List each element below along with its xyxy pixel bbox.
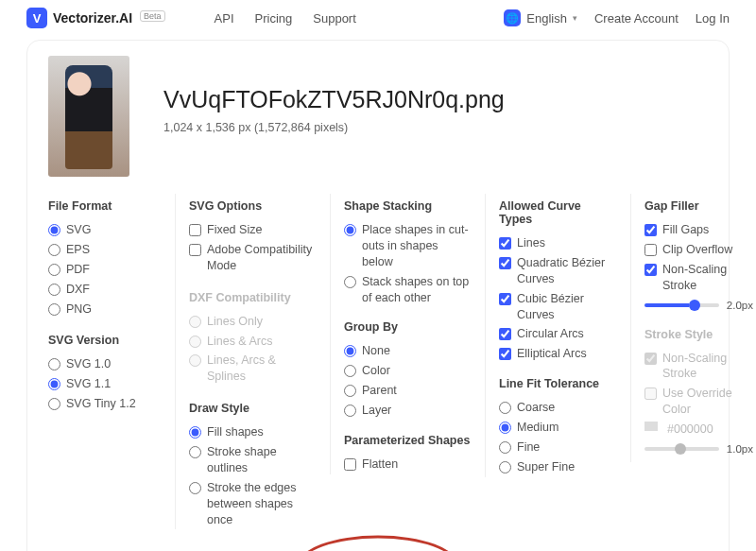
section-stroke-style: Stroke Style xyxy=(644,328,753,341)
section-dxf-compat: DXF Compatibility xyxy=(189,291,317,304)
color-swatch-icon xyxy=(644,422,658,431)
section-param-shapes: Parameterized Shapes xyxy=(344,434,472,447)
svg-adobe-compat[interactable]: Adobe Compatibility Mode xyxy=(189,240,317,276)
brand-name: Vectorizer.AI xyxy=(53,10,132,26)
thumbnail xyxy=(48,56,129,177)
nav: API Pricing Support xyxy=(215,11,356,26)
col-shape-stacking: Shape Stacking Place shapes in cut-outs … xyxy=(330,194,472,474)
stroke-slider xyxy=(644,447,719,451)
draw-fill[interactable]: Fill shapes xyxy=(189,422,317,442)
gap-non-scaling[interactable]: Non-Scaling Stroke xyxy=(644,260,753,296)
top-bar: V Vectorizer.AI Beta API Pricing Support… xyxy=(0,0,756,36)
linefit-medium[interactable]: Medium xyxy=(499,418,617,438)
file-format-pdf[interactable]: PDF xyxy=(48,260,162,280)
nav-api[interactable]: API xyxy=(215,11,234,26)
gap-slider[interactable] xyxy=(644,303,719,307)
section-draw-style: Draw Style xyxy=(189,402,317,415)
stacking-ontop[interactable]: Stack shapes on top of each other xyxy=(344,272,472,308)
col-allowed-curves: Allowed Curve Types Lines Quadratic Bézi… xyxy=(485,194,617,477)
draw-stroke-edges[interactable]: Stroke the edges between shapes once xyxy=(189,478,317,530)
language-label: English xyxy=(526,11,567,26)
file-dimensions: 1,024 x 1,536 px (1,572,864 pixels) xyxy=(163,121,505,134)
gap-fill-gaps[interactable]: Fill Gaps xyxy=(644,220,753,240)
bottom-row: ⭳ DOWNLOAD Reset xyxy=(48,544,708,551)
file-format-dxf[interactable]: DXF xyxy=(48,280,162,300)
section-allowed-curves: Allowed Curve Types xyxy=(499,199,617,226)
topbar-right: 🌐 English ▾ Create Account Log In xyxy=(504,9,730,26)
stacking-cutouts[interactable]: Place shapes in cut-outs in shapes below xyxy=(344,220,472,272)
dxf-lines-only: Lines Only xyxy=(189,312,317,332)
main-card: VvUqFTOFokZTV5RJ0Nr0q.png 1,024 x 1,536 … xyxy=(26,40,730,551)
curve-elliptical[interactable]: Elliptical Arcs xyxy=(499,344,617,364)
group-none[interactable]: None xyxy=(344,341,472,361)
gap-slider-row: 2.0px xyxy=(644,300,753,311)
group-layer[interactable]: Layer xyxy=(344,401,472,421)
gap-clip-overflow[interactable]: Clip Overflow xyxy=(644,240,753,260)
stroke-slider-row: 1.0px xyxy=(644,443,753,455)
col-file-format: File Format SVG EPS PDF DXF PNG SVG Vers… xyxy=(48,194,162,414)
section-gap-filler: Gap Filler xyxy=(644,199,753,213)
chevron-down-icon: ▾ xyxy=(573,13,577,23)
section-line-fit: Line Fit Tolerance xyxy=(499,377,617,390)
stroke-override-color: Use Override Color xyxy=(644,384,753,420)
section-group-by: Group By xyxy=(344,320,472,334)
section-svg-options: SVG Options xyxy=(189,199,317,213)
linefit-superfine[interactable]: Super Fine xyxy=(499,457,617,477)
group-color[interactable]: Color xyxy=(344,361,472,381)
nav-pricing[interactable]: Pricing xyxy=(255,11,293,26)
login-link[interactable]: Log In xyxy=(696,11,730,26)
annotation-circle xyxy=(298,536,458,551)
logo[interactable]: V Vectorizer.AI Beta xyxy=(26,8,165,28)
stroke-value: 1.0px xyxy=(727,443,753,455)
gap-value: 2.0px xyxy=(727,300,753,311)
logo-icon: V xyxy=(26,8,47,28)
group-parent[interactable]: Parent xyxy=(344,381,472,401)
nav-support[interactable]: Support xyxy=(313,11,356,26)
svg-version-11[interactable]: SVG 1.1 xyxy=(48,374,162,394)
stroke-non-scaling: Non-Scaling Stroke xyxy=(644,349,753,385)
file-format-png[interactable]: PNG xyxy=(48,300,162,319)
dxf-lines-arcs: Lines & Arcs xyxy=(189,332,317,352)
section-shape-stacking: Shape Stacking xyxy=(344,199,472,213)
section-file-format: File Format xyxy=(48,199,162,213)
linefit-fine[interactable]: Fine xyxy=(499,438,617,457)
svg-version-tiny12[interactable]: SVG Tiny 1.2 xyxy=(48,394,162,414)
svg-version-10[interactable]: SVG 1.0 xyxy=(48,354,162,374)
curve-cubic[interactable]: Cubic Bézier Curves xyxy=(499,289,617,325)
globe-icon: 🌐 xyxy=(504,9,521,26)
curve-quadratic[interactable]: Quadratic Bézier Curves xyxy=(499,253,617,289)
curve-lines[interactable]: Lines xyxy=(499,233,617,253)
draw-stroke-outline[interactable]: Stroke shape outlines xyxy=(189,442,317,478)
curve-circular[interactable]: Circular Arcs xyxy=(499,324,617,344)
stroke-color-row: #000000 xyxy=(644,420,753,439)
file-format-svg[interactable]: SVG xyxy=(48,220,162,240)
language-selector[interactable]: 🌐 English ▾ xyxy=(504,9,577,26)
file-format-eps[interactable]: EPS xyxy=(48,240,162,260)
options-grid: File Format SVG EPS PDF DXF PNG SVG Vers… xyxy=(48,194,708,529)
stroke-color-value: #000000 xyxy=(667,422,713,438)
section-svg-version: SVG Version xyxy=(48,334,162,347)
linefit-coarse[interactable]: Coarse xyxy=(499,398,617,418)
param-flatten[interactable]: Flatten xyxy=(344,455,472,474)
dxf-lines-arcs-splines: Lines, Arcs & Splines xyxy=(189,351,317,387)
file-header: VvUqFTOFokZTV5RJ0Nr0q.png 1,024 x 1,536 … xyxy=(48,56,708,177)
svg-fixed-size[interactable]: Fixed Size xyxy=(189,220,317,240)
col-svg-options: SVG Options Fixed Size Adobe Compatibili… xyxy=(175,194,317,529)
file-name: VvUqFTOFokZTV5RJ0Nr0q.png xyxy=(163,86,505,113)
create-account-link[interactable]: Create Account xyxy=(594,11,679,26)
beta-badge: Beta xyxy=(140,10,165,22)
col-gap-filler: Gap Filler Fill Gaps Clip Overflow Non-S… xyxy=(630,194,753,462)
